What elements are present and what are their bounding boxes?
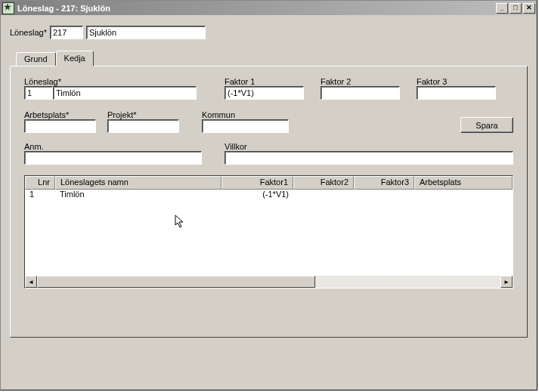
scroll-right-button[interactable]: ► <box>500 276 513 288</box>
kedja-loneslag-code[interactable] <box>24 86 53 100</box>
faktor1-label: Faktor 1 <box>225 77 304 86</box>
scroll-track[interactable] <box>37 276 500 288</box>
table-body[interactable]: 1 Timlön (-1*V1) <box>25 190 513 200</box>
td-arbetsplats <box>414 190 513 200</box>
td-faktor1: (-1*V1) <box>221 190 293 200</box>
arbetsplats-label: Arbetsplats* <box>24 110 96 119</box>
th-arbetsplats[interactable]: Arbetsplats <box>414 176 513 190</box>
table-header: Lnr Löneslagets namn Faktor1 Faktor2 Fak… <box>25 176 513 190</box>
projekt-input[interactable] <box>107 119 179 133</box>
close-button[interactable]: ✕ <box>523 3 535 14</box>
minimize-button[interactable]: _ <box>496 3 508 14</box>
spara-button[interactable]: Spara <box>460 117 513 133</box>
horizontal-scrollbar[interactable]: ◄ ► <box>25 276 513 288</box>
faktor2-input[interactable] <box>321 86 400 100</box>
tab-kedja[interactable]: Kedja <box>56 51 94 66</box>
td-namn: Timlön <box>55 190 221 200</box>
th-lnr[interactable]: Lnr <box>25 176 55 190</box>
tab-panel-kedja: Löneslag* Faktor 1 Faktor 2 <box>10 66 528 338</box>
faktor3-label: Faktor 3 <box>417 77 496 86</box>
header-loneslag-label: Löneslag* <box>10 28 47 37</box>
kommun-label: Kommun <box>202 110 289 119</box>
kedja-loneslag-name[interactable] <box>53 86 197 100</box>
th-faktor2[interactable]: Faktor2 <box>293 176 354 190</box>
projekt-label: Projekt* <box>107 110 179 119</box>
kommun-input[interactable] <box>202 119 289 133</box>
anm-input[interactable] <box>24 151 202 165</box>
scroll-left-button[interactable]: ◄ <box>25 276 37 288</box>
th-faktor3[interactable]: Faktor3 <box>354 176 414 190</box>
app-icon <box>2 2 14 14</box>
maximize-button[interactable]: □ <box>510 3 522 14</box>
td-faktor2 <box>293 190 354 200</box>
kedja-loneslag-label: Löneslag* <box>24 77 202 86</box>
villkor-label: Villkor <box>225 142 513 151</box>
th-namn[interactable]: Löneslagets namn <box>55 176 221 190</box>
td-lnr: 1 <box>25 190 55 200</box>
table-row[interactable]: 1 Timlön (-1*V1) <box>25 190 513 200</box>
td-faktor3 <box>354 190 414 200</box>
villkor-input[interactable] <box>225 151 513 165</box>
header-loneslag-name[interactable] <box>86 26 206 39</box>
kedja-table: Lnr Löneslagets namn Faktor1 Faktor2 Fak… <box>24 175 513 289</box>
titlebar: Löneslag - 217: Sjuklön _ □ ✕ <box>1 1 537 15</box>
anm-label: Anm. <box>24 142 202 151</box>
window-title: Löneslag - 217: Sjuklön <box>17 4 496 13</box>
scroll-thumb[interactable] <box>37 276 315 288</box>
faktor1-input[interactable] <box>225 86 304 100</box>
th-faktor1[interactable]: Faktor1 <box>221 176 293 190</box>
faktor3-input[interactable] <box>417 86 496 100</box>
arbetsplats-input[interactable] <box>24 119 96 133</box>
faktor2-label: Faktor 2 <box>321 77 400 86</box>
header-loneslag-code[interactable] <box>50 26 83 39</box>
